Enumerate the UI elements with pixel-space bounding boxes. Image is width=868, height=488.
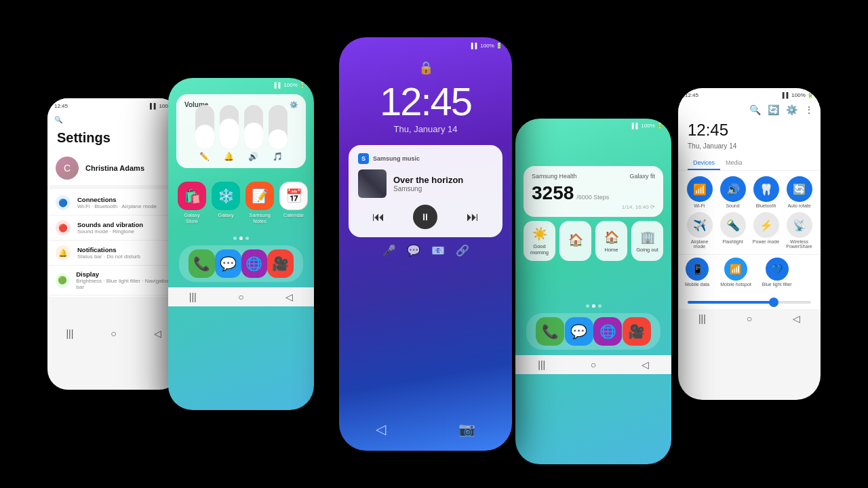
gear-icon[interactable]: ⚙️ [786,104,797,115]
chat-icon[interactable]: 💬 [407,244,420,257]
dock-phone[interactable]: 📞 [189,249,215,278]
recents-button[interactable]: ◁ [793,313,800,324]
dock-browser[interactable]: 🌐 [593,317,622,346]
tile-hotspot[interactable]: 📶 Mobile hotspot [720,258,751,287]
mic-icon[interactable]: 🎤 [382,244,396,257]
dot-1 [745,292,748,296]
dock-camera[interactable]: 🎥 [623,317,651,346]
album-art [358,169,387,198]
tile-wifi[interactable]: 📶 Wi-Fi [685,176,714,208]
recents-button[interactable]: ◁ [154,328,161,339]
autorotate-label: Auto rotate [787,203,810,208]
back-button[interactable]: ||| [698,313,706,324]
tile-airplane[interactable]: ✈️ Airplane mode [685,212,714,249]
app-calendar[interactable]: 📅 Calendar [279,182,308,224]
pause-button[interactable]: ⏸ [413,205,437,229]
settings-time: 12:45 [54,103,68,109]
dock-messages[interactable]: 💬 [215,249,241,278]
refresh-icon[interactable]: 🔄 [768,104,779,115]
mobile-data-label: Mobile data [685,282,709,287]
app-samsung-notes[interactable]: 📝 Samsung Notes [245,182,274,224]
notifications-sub: Status bar · Do not disturb [77,253,140,260]
power-mode-label: Power mode [753,239,779,244]
health-nav-bar: ||| ○ ◁ [515,355,671,374]
tile-autorotate[interactable]: 🔄 Auto rotate [785,176,814,208]
volume-settings-icon[interactable]: ⚙️ [290,101,298,108]
mail-icon[interactable]: 📧 [431,244,445,257]
home-label: Home [604,247,618,253]
lock-left-shortcut[interactable]: ◁ [376,421,386,437]
app-galaxy[interactable]: ❄️ Galaxy [212,182,240,224]
dock-browser[interactable]: 🌐 [241,249,268,278]
qs-signal: ▌▌ 100% 🔋 [783,92,814,98]
going-out-button[interactable]: 🏢 Going out [631,221,663,261]
recents-button[interactable]: ◁ [642,359,649,370]
tile-flashlight[interactable]: 🔦 Flashlight [718,212,747,249]
tile-wireless-power[interactable]: 📡 Wireless PowerShare [785,212,814,249]
vol-bar-pencil: ✏️ [195,105,214,161]
list-item[interactable]: 🔔 Notifications Status bar · Do not dist… [47,241,180,266]
list-item[interactable]: 🟢 Display Brightness · Blue light filter… [47,266,180,296]
recents-button[interactable]: ◁ [285,291,293,302]
display-icon: 🟢 [56,273,69,288]
prev-button[interactable]: ⏮ [372,210,384,224]
next-button[interactable]: ⏭ [467,210,479,224]
health-card-header: Samsung Health Galaxy fit [532,173,655,180]
dock-camera[interactable]: 🎥 [267,249,294,278]
bluelight-label: Blue light filter [762,282,792,287]
profile-name: Christina Adams [85,164,144,172]
tab-media[interactable]: Media [720,157,748,170]
hotspot-icon: 📶 [724,258,747,281]
link-icon[interactable]: 🔗 [456,244,469,257]
qs-dots [678,289,821,298]
sounds-label: Sounds and vibration [77,221,143,228]
home-signal: ▌▌ 100% 🔋 [275,82,306,88]
home-button[interactable]: ○ [747,313,752,324]
brightness-fill [688,301,774,304]
display-sub: Brightness · Blue light filter · Navigat… [76,278,172,290]
back-button[interactable]: ||| [66,328,73,339]
health-dock: 📞 💬 🌐 🎥 [526,313,660,350]
bixby-buttons: ☀️ Good morning 🏠 🏠 Home 🏢 Going out [524,221,663,261]
settings-status-bar: 12:45 ▌▌ 100% [47,98,180,113]
routine-button[interactable]: 🏠 [559,221,591,261]
phones-container: 12:45 ▌▌ 100% 🔍 Settings C Christina Ada… [0,0,868,488]
back-button[interactable]: ||| [189,291,197,302]
qs-brightness[interactable] [678,298,821,309]
tile-mobile-data[interactable]: 📱 Mobile data [685,258,709,287]
home-scene-button[interactable]: 🏠 Home [595,221,627,261]
bell-icon: 🔔 [224,152,234,161]
tile-bluetooth[interactable]: 🦷 Bluetooth [751,176,781,208]
dock-phone[interactable]: 📞 [536,317,564,346]
phone-settings: 12:45 ▌▌ 100% 🔍 Settings C Christina Ada… [47,98,180,390]
more-icon[interactable]: ⋮ [804,104,814,115]
settings-list: 🔵 Connections Wi-Fi · Bluetooth · Airpla… [47,189,180,297]
mobile-data-icon: 📱 [686,258,709,281]
back-button[interactable]: ||| [538,359,545,370]
music-header: S Samsung music [358,153,493,164]
steps-display: 3258 /6000 Steps [532,182,655,204]
tile-power-mode[interactable]: ⚡ Power mode [751,212,781,249]
settings-title: Settings [47,126,180,151]
lock-camera-shortcut[interactable]: 📷 [458,421,475,437]
good-morning-button[interactable]: ☀️ Good morning [524,221,555,261]
home-button[interactable]: ○ [591,359,596,370]
tile-sound[interactable]: 🔊 Sound [718,176,747,208]
home-button[interactable]: ○ [111,328,116,339]
list-item[interactable]: 🔵 Connections Wi-Fi · Bluetooth · Airpla… [47,190,180,216]
dot-1 [586,304,589,308]
samsung-notes-icon: 📝 [245,182,274,210]
app-galaxy-store[interactable]: 🛍️ Galaxy Store [178,182,206,224]
tile-bluelight[interactable]: 💙 Blue light filter [762,258,792,287]
profile-section[interactable]: C Christina Adams [47,151,180,185]
search-icon[interactable]: 🔍 [749,104,761,115]
home-button[interactable]: ○ [238,291,243,302]
lock-date: Thu, January 14 [339,124,512,134]
settings-search-bar[interactable]: 🔍 [47,113,180,126]
qs-status-bar: 12:45 ▌▌ 100% 🔋 [678,88,821,102]
music-content: Over the horizon Samsung [358,169,493,198]
brightness-track[interactable] [688,301,811,304]
tab-devices[interactable]: Devices [688,157,720,170]
list-item[interactable]: 🔴 Sounds and vibration Sound mode · Ring… [47,216,180,241]
dock-messages[interactable]: 💬 [565,317,593,346]
